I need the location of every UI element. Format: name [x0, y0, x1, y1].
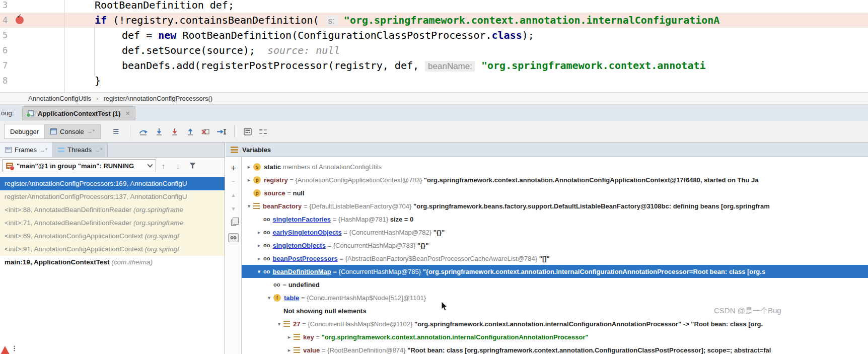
tab-threads[interactable]: Threads →* — [53, 143, 108, 157]
indent-guide — [94, 25, 95, 76]
menu-icon[interactable]: ≡ — [113, 125, 119, 137]
code-line[interactable]: 3RootBeanDefinition def; — [0, 0, 868, 13]
code-text: if (!registry.containsBeanDefinition( s:… — [33, 13, 868, 28]
variable-row[interactable]: ▸oobeanPostProcessors = {AbstractBeanFac… — [242, 252, 868, 265]
stack-frame[interactable]: <init>:71, AnnotatedBeanDefinitionReader… — [0, 217, 225, 230]
filter-frames-button[interactable] — [185, 159, 200, 172]
expand-chevron-icon[interactable]: ▸ — [285, 347, 294, 353]
variables-icon — [231, 147, 238, 153]
expand-chevron-icon[interactable]: ▸ — [255, 255, 263, 262]
indent-guide — [64, 0, 65, 92]
expand-chevron-icon[interactable]: ▸ — [285, 334, 294, 340]
variable-row[interactable]: oo= undefined — [242, 278, 868, 291]
remove-watch-button[interactable]: − — [227, 175, 240, 188]
tab-debugger[interactable]: Debugger — [4, 124, 45, 139]
step-out-icon[interactable] — [182, 124, 198, 139]
variable-row[interactable]: ▾beanFactory = {DefaultListableBeanFacto… — [242, 199, 868, 213]
code-editor[interactable]: 3RootBeanDefinition def;4✓if (!registry.… — [0, 0, 868, 92]
expand-chevron-icon[interactable]: ▾ — [245, 203, 253, 209]
step-over-icon[interactable] — [135, 124, 151, 139]
step-into-icon[interactable] — [151, 124, 167, 139]
expand-chevron-icon[interactable]: ▸ — [245, 177, 253, 183]
watch-icon: oo — [263, 242, 270, 248]
hidden-toolbar-badge[interactable]: ⋮ — [1, 346, 18, 354]
code-line[interactable]: 7beanDefs.add(registerPostProcessor(regi… — [0, 58, 868, 73]
variable-row[interactable]: ▾oobeanDefinitionMap = {ConcurrentHashMa… — [242, 265, 868, 278]
mouse-cursor — [441, 301, 448, 313]
add-watch-button[interactable]: + — [227, 161, 240, 175]
expand-chevron-icon[interactable]: ▸ — [255, 229, 263, 236]
variable-row[interactable]: ▸sstatic members of AnnotationConfigUtil… — [242, 160, 868, 173]
variable-row[interactable]: psource = null — [242, 186, 868, 199]
watch-icon: oo — [263, 255, 270, 261]
variables-title: Variables — [242, 146, 271, 154]
stack-frame[interactable]: <init>:91, AnnotationConfigApplicationCo… — [0, 243, 225, 256]
toolbar-divider — [130, 125, 130, 137]
threads-icon — [58, 148, 64, 152]
breakpoint-icon[interactable]: ✓ — [16, 16, 24, 24]
code-line[interactable]: 4✓if (!registry.containsBeanDefinition( … — [0, 13, 868, 28]
previous-frame-button[interactable]: ↑ — [156, 159, 171, 172]
tab-console[interactable]: Console →* — [45, 124, 101, 139]
code-line[interactable]: 5def = new RootBeanDefinition(Configurat… — [0, 28, 868, 43]
move-down-button[interactable]: ▼ — [227, 202, 240, 216]
layout-settings-icon[interactable] — [255, 124, 271, 139]
drop-frame-icon[interactable] — [198, 124, 213, 139]
line-number: 7 — [0, 58, 11, 73]
thread-selector-row: "main"@1 in group "main": RUNNING ↑ ↓ — [0, 158, 225, 174]
variable-row[interactable]: ▸value = {RootBeanDefinition@874} "Root … — [242, 343, 868, 354]
variable-row[interactable]: ▾27 = {ConcurrentHashMap$Node@1102} "org… — [242, 317, 868, 330]
thread-selector-value: "main"@1 in group "main": RUNNING — [17, 162, 144, 170]
next-frame-button[interactable]: ↓ — [171, 159, 185, 172]
more-dots-icon: ⋮ — [11, 346, 18, 350]
code-line[interactable]: 8} — [0, 73, 868, 88]
tab-threads-label: Threads — [67, 146, 92, 154]
move-up-button[interactable]: ▲ — [227, 188, 240, 202]
variable-row[interactable]: ▸ooearlySingletonObjects = {ConcurrentHa… — [242, 226, 868, 239]
breadcrumb-method[interactable]: registerAnnotationConfigProcessors() — [103, 95, 212, 102]
tab-console-label: Console — [60, 128, 84, 135]
stack-frame[interactable]: registerAnnotationConfigProcessors:169, … — [0, 177, 225, 190]
variable-row[interactable]: oosingletonFactories = {HashMap@781} siz… — [242, 213, 868, 226]
copy-button[interactable] — [227, 216, 240, 229]
code-lines: 3RootBeanDefinition def;4✓if (!registry.… — [0, 0, 868, 88]
thread-selector[interactable]: "main"@1 in group "main": RUNNING — [2, 159, 156, 172]
p-type-icon: p — [253, 189, 261, 197]
chevron-down-icon — [147, 162, 153, 167]
f-type-icon: f — [273, 294, 281, 302]
stack-frame[interactable]: registerAnnotationConfigProcessors:137, … — [0, 190, 225, 203]
gutter: 4✓ — [0, 13, 33, 28]
console-icon — [50, 128, 57, 134]
watermark: CSDN @是一个Bug — [714, 306, 781, 316]
expand-chevron-icon[interactable]: ▸ — [245, 164, 253, 170]
code-text: RootBeanDefinition def; — [33, 0, 868, 13]
show-watches-button[interactable]: oo — [228, 233, 238, 242]
evaluate-expression-icon[interactable] — [240, 124, 255, 139]
code-line[interactable]: 6def.setSource(source); source: null — [0, 43, 868, 58]
stack-frame[interactable]: <init>:69, AnnotationConfigApplicationCo… — [0, 230, 225, 243]
variable-row[interactable]: ▸key = "org.springframework.context.anno… — [242, 330, 868, 343]
run-to-cursor-icon[interactable] — [213, 124, 229, 139]
debug-session-tab[interactable]: ApplicationContextTest (1) × — [22, 106, 135, 120]
force-step-into-icon[interactable] — [167, 124, 182, 139]
tab-frames[interactable]: Frames →* — [0, 143, 53, 157]
toolbar-divider — [234, 125, 235, 137]
object-icon — [253, 203, 260, 209]
debug-run-icon — [28, 110, 34, 116]
ide-debug-screen: 3RootBeanDefinition def;4✓if (!registry.… — [0, 0, 868, 354]
expand-chevron-icon[interactable]: ▾ — [265, 295, 273, 301]
variable-row[interactable]: ▾ftable = {ConcurrentHashMap$Node[512]@1… — [242, 291, 868, 304]
variable-row[interactable]: ▸oosingletonObjects = {ConcurrentHashMap… — [242, 239, 868, 252]
stack-frame[interactable]: <init>:88, AnnotatedBeanDefinitionReader… — [0, 203, 225, 217]
line-number: 5 — [0, 28, 11, 43]
expand-chevron-icon[interactable]: ▸ — [255, 242, 263, 249]
close-icon[interactable]: × — [125, 109, 129, 117]
stack-frame[interactable]: main:19, ApplicationContextTest (com.ith… — [0, 256, 225, 269]
expand-chevron-icon[interactable]: ▾ — [275, 321, 283, 327]
code-text: beanDefs.add(registerPostProcessor(regis… — [33, 58, 868, 73]
expand-chevron-icon[interactable]: ▾ — [255, 268, 263, 275]
funnel-icon — [189, 163, 196, 169]
breadcrumb-class[interactable]: AnnotationConfigUtils — [28, 95, 91, 102]
variables-tree: ▸sstatic members of AnnotationConfigUtil… — [242, 157, 868, 354]
variable-row[interactable]: ▸pregistry = {AnnotationConfigApplicatio… — [242, 173, 868, 186]
